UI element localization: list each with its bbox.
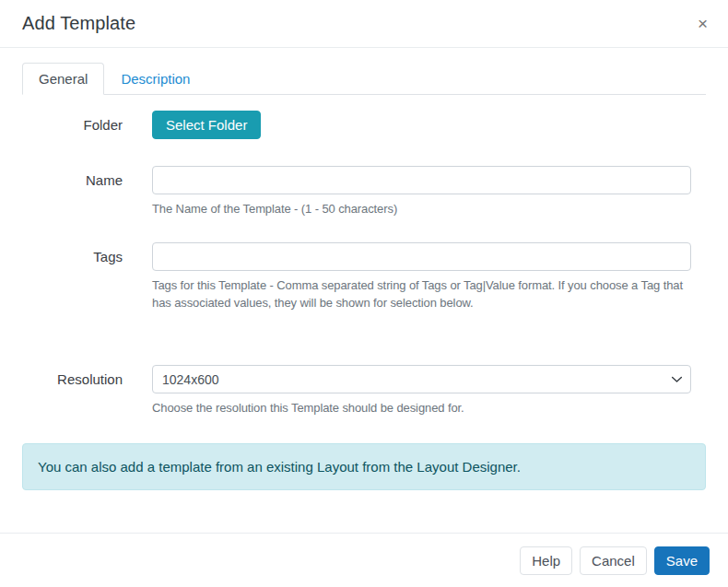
tags-help-text: Tags for this Template - Comma separated…	[152, 276, 691, 311]
folder-label: Folder	[22, 111, 123, 139]
close-button[interactable]: ×	[694, 13, 711, 34]
folder-row: Folder Select Folder	[22, 111, 706, 139]
name-input[interactable]	[152, 166, 691, 194]
info-alert-text: You can also add a template from an exis…	[38, 459, 521, 475]
name-label: Name	[22, 166, 123, 194]
add-template-modal: Add Template × General Description Folde…	[0, 0, 728, 587]
tags-label: Tags	[22, 242, 123, 271]
save-button[interactable]: Save	[654, 546, 710, 575]
resolution-select[interactable]: 1024x600	[152, 365, 691, 393]
modal-body: General Description Folder Select Folder…	[0, 48, 728, 533]
tab-description[interactable]: Description	[104, 63, 206, 95]
tab-bar: General Description	[22, 63, 706, 95]
modal-header: Add Template ×	[0, 0, 728, 48]
tags-row: Tags Tags for this Template - Comma sepa…	[22, 242, 706, 311]
modal-title: Add Template	[22, 13, 135, 34]
resolution-row: Resolution 1024x600 Choose the resolutio…	[22, 365, 706, 417]
name-row: Name The Name of the Template - (1 - 50 …	[22, 166, 706, 217]
tags-input[interactable]	[152, 242, 691, 271]
select-folder-button[interactable]: Select Folder	[152, 111, 261, 139]
resolution-label: Resolution	[22, 365, 123, 393]
tab-general[interactable]: General	[22, 63, 104, 95]
cancel-button[interactable]: Cancel	[580, 546, 647, 575]
name-help-text: The Name of the Template - (1 - 50 chara…	[152, 200, 691, 217]
resolution-help-text: Choose the resolution this Template shou…	[152, 399, 691, 417]
modal-footer: Help Cancel Save	[0, 533, 728, 587]
help-button[interactable]: Help	[520, 546, 572, 575]
close-icon: ×	[698, 14, 708, 33]
info-alert: You can also add a template from an exis…	[22, 443, 706, 490]
